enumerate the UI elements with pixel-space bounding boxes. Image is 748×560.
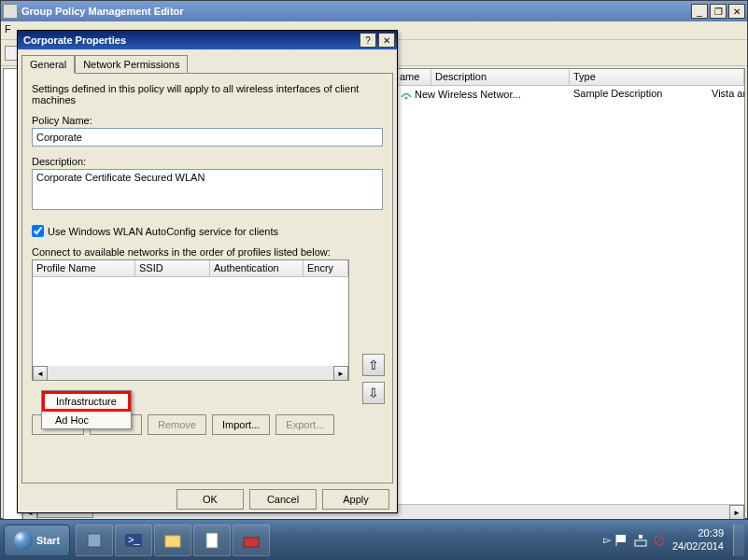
network-icon[interactable] bbox=[633, 533, 648, 548]
connect-label: Connect to available networks in the ord… bbox=[32, 246, 383, 258]
add-popup-menu: Infrastructure Ad Hoc bbox=[41, 390, 132, 429]
export-button[interactable]: Export... bbox=[275, 414, 334, 435]
svg-point-0 bbox=[405, 97, 408, 100]
tray-chevron-icon[interactable]: ▻ bbox=[603, 534, 611, 546]
properties-dialog: Corporate Properties ? ✕ General Network… bbox=[17, 30, 398, 513]
col-profile-name[interactable]: Profile Name bbox=[33, 260, 135, 276]
notepad-icon bbox=[202, 530, 222, 551]
col-description[interactable]: Description bbox=[431, 69, 570, 85]
profile-scroll-track[interactable] bbox=[48, 366, 333, 380]
toolbox-icon bbox=[241, 530, 261, 551]
svg-text:>_: >_ bbox=[128, 534, 140, 545]
tab-strip: General Network Permissions bbox=[21, 55, 393, 73]
move-down-button[interactable]: ⇩ bbox=[362, 382, 385, 404]
col-type[interactable]: Type bbox=[570, 69, 744, 85]
menu-item-infrastructure[interactable]: Infrastructure bbox=[42, 391, 131, 412]
start-button[interactable]: Start bbox=[4, 525, 70, 556]
description-label: Description: bbox=[32, 156, 383, 167]
profile-header: Profile Name SSID Authentication Encry bbox=[33, 260, 348, 277]
menu-item-adhoc[interactable]: Ad Hoc bbox=[42, 412, 131, 428]
autoconfig-label: Use Windows WLAN AutoConfig service for … bbox=[48, 226, 278, 237]
cell-description: Sample Description bbox=[570, 86, 708, 103]
flag-icon[interactable] bbox=[614, 533, 629, 548]
col-name[interactable]: ame bbox=[396, 69, 431, 85]
app-icon bbox=[3, 4, 18, 19]
clock-time: 20:39 bbox=[672, 527, 724, 539]
cell-name: New Wireless Networ... bbox=[415, 89, 521, 100]
profile-scroll-right-icon[interactable]: ► bbox=[333, 366, 348, 381]
start-label: Start bbox=[36, 535, 60, 546]
pinned-apps: >_ bbox=[76, 525, 270, 556]
import-button[interactable]: Import... bbox=[212, 414, 270, 435]
show-desktop-button[interactable] bbox=[733, 525, 744, 556]
taskbar: Start >_ ▻ 20:39 24/02/2014 bbox=[0, 519, 748, 560]
policy-name-input[interactable] bbox=[32, 128, 383, 147]
cell-type: Vista and Later R bbox=[708, 86, 744, 103]
profile-list[interactable]: Profile Name SSID Authentication Encry ◄… bbox=[32, 259, 349, 381]
dialog-title: Corporate Properties bbox=[20, 35, 360, 46]
close-button[interactable]: ✕ bbox=[728, 4, 745, 19]
clock[interactable]: 20:39 24/02/2014 bbox=[672, 527, 724, 552]
svg-rect-10 bbox=[639, 535, 642, 539]
profile-scrollbar[interactable]: ◄ ► bbox=[33, 366, 348, 380]
help-button[interactable]: ? bbox=[360, 33, 376, 48]
svg-line-12 bbox=[656, 537, 663, 544]
tab-network-permissions[interactable]: Network Permissions bbox=[75, 55, 188, 73]
remove-button[interactable]: Remove bbox=[148, 414, 206, 435]
svg-rect-9 bbox=[635, 540, 646, 546]
dialog-footer: OK Cancel Apply bbox=[18, 483, 397, 515]
ok-button[interactable]: OK bbox=[176, 489, 244, 510]
volume-icon[interactable] bbox=[652, 533, 667, 548]
autoconfig-checkbox[interactable] bbox=[32, 225, 44, 237]
svg-rect-1 bbox=[88, 534, 101, 547]
task-notepad[interactable] bbox=[193, 525, 231, 556]
tab-general[interactable]: General bbox=[21, 55, 75, 74]
clock-date: 24/02/2014 bbox=[672, 540, 724, 553]
profile-scroll-left-icon[interactable]: ◄ bbox=[33, 366, 48, 381]
svg-rect-5 bbox=[206, 533, 218, 548]
policy-name-label: Policy Name: bbox=[32, 115, 383, 126]
wireless-icon bbox=[400, 88, 413, 101]
col-encr[interactable]: Encry bbox=[303, 260, 348, 276]
scroll-right-icon[interactable]: ► bbox=[729, 505, 744, 520]
task-server-manager[interactable] bbox=[76, 525, 113, 556]
dialog-close-button[interactable]: ✕ bbox=[378, 33, 395, 48]
dialog-titlebar[interactable]: Corporate Properties ? ✕ bbox=[18, 31, 397, 49]
col-auth[interactable]: Authentication bbox=[210, 260, 303, 276]
task-toolbox[interactable] bbox=[233, 525, 270, 556]
apply-button[interactable]: Apply bbox=[322, 489, 389, 510]
description-input[interactable] bbox=[32, 169, 383, 210]
main-title: Group Policy Management Editor bbox=[21, 6, 691, 17]
system-tray: ▻ 20:39 24/02/2014 bbox=[603, 525, 744, 556]
intro-text: Settings defined in this policy will app… bbox=[32, 83, 383, 105]
move-up-button[interactable]: ⇧ bbox=[362, 354, 385, 376]
svg-rect-7 bbox=[616, 535, 626, 542]
powershell-icon: >_ bbox=[123, 530, 144, 551]
windows-orb-icon bbox=[14, 531, 33, 550]
main-titlebar[interactable]: Group Policy Management Editor _ ❐ ✕ bbox=[1, 1, 747, 21]
svg-rect-4 bbox=[165, 536, 180, 547]
svg-rect-6 bbox=[244, 538, 259, 547]
col-ssid[interactable]: SSID bbox=[135, 260, 210, 276]
restore-button[interactable]: ❐ bbox=[710, 4, 727, 19]
task-powershell[interactable]: >_ bbox=[115, 525, 152, 556]
server-icon bbox=[84, 530, 105, 551]
cancel-button[interactable]: Cancel bbox=[249, 489, 317, 510]
folder-icon bbox=[162, 530, 183, 551]
task-explorer[interactable] bbox=[154, 525, 191, 556]
minimize-button[interactable]: _ bbox=[691, 4, 708, 19]
